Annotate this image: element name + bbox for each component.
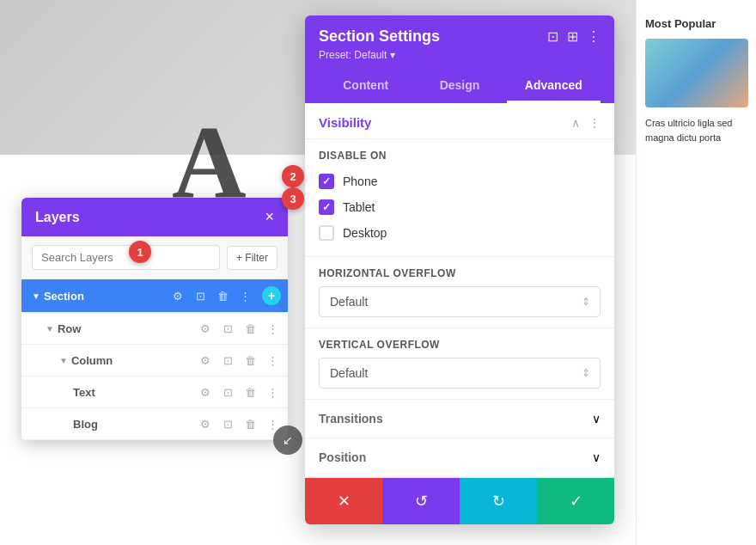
vertical-overflow-select-wrapper: Default Hidden Scroll Auto Visible ⇕ <box>319 358 601 389</box>
settings-icon-grid[interactable]: ⊞ <box>567 28 578 45</box>
settings-header-icons: ⊡ ⊞ ⋮ <box>547 28 601 45</box>
badge-2: 2 <box>282 165 304 187</box>
settings-icon-more[interactable]: ⋮ <box>587 28 601 45</box>
layer-row-icons: ⚙ ⊡ 🗑 ⋮ <box>197 320 281 337</box>
layer-text-delete-icon[interactable]: 🗑 <box>241 383 259 401</box>
layer-text-row: Text ⚙ ⊡ 🗑 ⋮ <box>21 377 288 408</box>
layers-header: Layers × <box>21 198 288 236</box>
cancel-button[interactable]: ✕ <box>305 478 382 524</box>
layer-row-duplicate-icon[interactable]: ⊡ <box>219 320 236 337</box>
layer-row-row: ▼ Row ⚙ ⊡ 🗑 ⋮ <box>21 313 288 345</box>
layer-section-arrow[interactable]: ▼ <box>32 291 40 301</box>
layer-column-delete-icon[interactable]: 🗑 <box>241 352 259 369</box>
layer-section-more-icon[interactable]: ⋮ <box>236 287 253 304</box>
settings-preset-arrow: ▾ <box>390 49 395 61</box>
tablet-label: Tablet <box>343 200 375 214</box>
phone-checkbox[interactable]: ✓ <box>319 174 334 189</box>
section-settings-panel: Section Settings ⊡ ⊞ ⋮ Preset: Default ▾… <box>305 15 614 524</box>
disable-on-group: Disable on ✓ Phone ✓ Tablet Desktop <box>305 139 614 257</box>
layers-title: Layers <box>35 210 80 225</box>
position-arrow: ∨ <box>592 450 601 464</box>
transitions-section[interactable]: Transitions ∨ <box>305 400 614 438</box>
horizontal-overflow-group: Horizontal Overflow Default Hidden Scrol… <box>305 257 614 328</box>
tablet-checkbox-row: ✓ Tablet <box>319 194 601 220</box>
layers-close-button[interactable]: × <box>265 208 274 226</box>
layers-list: ▼ Section ⚙ ⊡ 🗑 ⋮ + ▼ Row ⚙ ⊡ 🗑 ⋮ ▼ Co <box>21 279 288 440</box>
settings-title-row: Section Settings ⊡ ⊞ ⋮ <box>319 28 601 46</box>
layers-search-row: + Filter <box>21 236 288 279</box>
settings-header: Section Settings ⊡ ⊞ ⋮ Preset: Default ▾… <box>305 15 614 103</box>
layer-text-name: Text <box>73 386 197 399</box>
layer-text-duplicate-icon[interactable]: ⊡ <box>219 383 236 401</box>
settings-title: Section Settings <box>319 28 440 46</box>
badge-1: 1 <box>129 241 151 263</box>
position-section[interactable]: Position ∨ <box>305 438 614 477</box>
settings-preset-label: Preset: Default <box>319 49 387 61</box>
vertical-overflow-select[interactable]: Default Hidden Scroll Auto Visible <box>319 358 601 389</box>
badge-3: 3 <box>282 187 304 210</box>
transitions-arrow: ∨ <box>592 412 601 426</box>
layer-section-settings-icon[interactable]: ⚙ <box>169 287 186 304</box>
visibility-collapse-icon[interactable]: ∧ <box>571 116 580 130</box>
position-label: Position <box>319 450 366 464</box>
layer-column-more-icon[interactable]: ⋮ <box>264 352 281 369</box>
visibility-title: Visibility <box>319 115 371 130</box>
phone-label: Phone <box>343 175 377 188</box>
layer-blog-duplicate-icon[interactable]: ⊡ <box>219 415 236 432</box>
tablet-checkbox[interactable]: ✓ <box>319 199 334 215</box>
save-button[interactable]: ✓ <box>537 478 614 524</box>
tab-design[interactable]: Design <box>412 70 506 103</box>
layer-section-duplicate-icon[interactable]: ⊡ <box>192 287 209 304</box>
undo-button[interactable]: ↺ <box>382 478 460 524</box>
desktop-label: Desktop <box>343 226 387 240</box>
desktop-checkbox-row: Desktop <box>319 220 601 246</box>
layer-text-more-icon[interactable]: ⋮ <box>264 383 281 401</box>
layer-section-icons: ⚙ ⊡ 🗑 ⋮ + <box>169 286 281 305</box>
settings-preset[interactable]: Preset: Default ▾ <box>319 49 601 61</box>
layer-blog-delete-icon[interactable]: 🗑 <box>241 415 259 432</box>
layer-blog-settings-icon[interactable]: ⚙ <box>197 415 214 432</box>
horizontal-overflow-select-wrapper: Default Hidden Scroll Auto Visible ⇕ <box>319 286 601 317</box>
layer-column-settings-icon[interactable]: ⚙ <box>197 352 214 369</box>
layer-section-delete-icon[interactable]: 🗑 <box>214 287 231 304</box>
settings-body: Visibility ∧ ⋮ Disable on ✓ Phone ✓ Tabl… <box>305 103 614 477</box>
phone-check-icon: ✓ <box>322 175 331 187</box>
layer-row-name: Row <box>58 322 197 335</box>
vertical-overflow-label: Vertical Overflow <box>319 339 601 351</box>
layer-column-name: Column <box>71 354 197 367</box>
layer-column-icons: ⚙ ⊡ 🗑 ⋮ <box>197 352 281 369</box>
layer-row-delete-icon[interactable]: 🗑 <box>241 320 259 337</box>
settings-icon-fit[interactable]: ⊡ <box>547 28 558 45</box>
layer-section-row: ▼ Section ⚙ ⊡ 🗑 ⋮ + <box>21 279 288 313</box>
visibility-more-icon[interactable]: ⋮ <box>588 116 601 130</box>
layer-blog-name: Blog <box>73 418 197 431</box>
layers-panel: Layers × + Filter ▼ Section ⚙ ⊡ 🗑 ⋮ + ▼ … <box>21 198 288 440</box>
sidebar-image-inner <box>645 39 748 107</box>
layer-row-settings-icon[interactable]: ⚙ <box>197 320 214 337</box>
layer-row-arrow[interactable]: ▼ <box>46 324 54 334</box>
tablet-check-icon: ✓ <box>322 201 331 213</box>
layer-text-icons: ⚙ ⊡ 🗑 ⋮ <box>197 383 281 401</box>
layer-column-arrow[interactable]: ▼ <box>59 356 68 365</box>
phone-checkbox-row: ✓ Phone <box>319 168 601 194</box>
disable-on-label: Disable on <box>319 150 601 162</box>
layer-row-more-icon[interactable]: ⋮ <box>264 320 281 337</box>
settings-footer: ✕ ↺ ↻ ✓ <box>305 477 614 524</box>
layer-blog-row: Blog ⚙ ⊡ 🗑 ⋮ <box>21 408 288 440</box>
tab-content[interactable]: Content <box>319 70 412 103</box>
layer-section-add-button[interactable]: + <box>262 286 281 305</box>
layers-filter-button[interactable]: + Filter <box>227 246 277 270</box>
visibility-section-header[interactable]: Visibility ∧ ⋮ <box>305 103 614 139</box>
layer-text-settings-icon[interactable]: ⚙ <box>197 383 214 401</box>
layers-search-input[interactable] <box>32 245 220 270</box>
vertical-overflow-group: Vertical Overflow Default Hidden Scroll … <box>305 328 614 400</box>
redo-button[interactable]: ↻ <box>460 478 537 524</box>
tab-advanced[interactable]: Advanced <box>507 70 601 103</box>
transitions-label: Transitions <box>319 412 383 426</box>
layer-column-duplicate-icon[interactable]: ⊡ <box>219 352 236 369</box>
horizontal-overflow-select[interactable]: Default Hidden Scroll Auto Visible <box>319 286 601 317</box>
drag-handle[interactable]: ↙ <box>273 426 302 455</box>
desktop-checkbox[interactable] <box>319 225 334 241</box>
visibility-collapse-icons: ∧ ⋮ <box>571 116 601 130</box>
most-popular-label: Most Popular <box>645 17 747 30</box>
